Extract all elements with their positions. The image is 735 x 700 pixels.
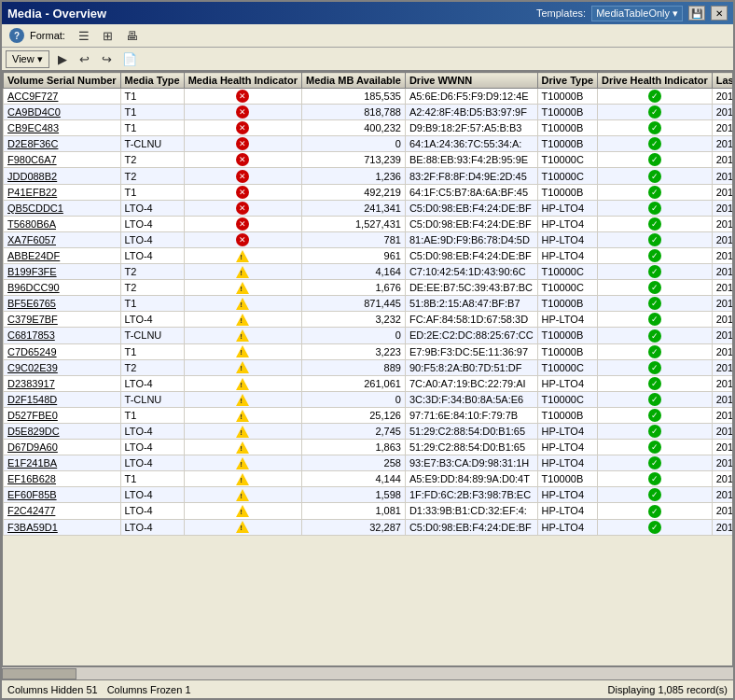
cell-volume[interactable]: T5680B6A [4, 216, 121, 231]
cell-volume[interactable]: EF16B628 [4, 471, 121, 487]
cell-wwnn: C5:D0:98:EB:F4:24:DE:BF [405, 519, 537, 535]
cell-drive-health [598, 440, 713, 455]
cell-drive-health [598, 231, 713, 247]
cell-volume[interactable]: C9C02E39 [4, 359, 121, 375]
cell-last-exchange: 2011-08-12 02:11: [712, 312, 733, 328]
cell-volume[interactable]: CB9EC483 [4, 120, 121, 136]
cell-last-exchange: 2011-08-07 05:23: [712, 231, 733, 247]
cell-volume[interactable]: C7D65249 [4, 343, 121, 359]
cell-wwnn: FC:AF:84:58:1D:67:58:3D [405, 312, 537, 328]
scrollbar-track[interactable] [2, 668, 733, 679]
cell-media-mb: 241,341 [302, 200, 406, 216]
cell-volume[interactable]: P41EFB22 [4, 184, 121, 200]
cell-wwnn: DE:EE:B7:5C:39:43:B7:BC [405, 280, 537, 296]
play-icon[interactable]: ▶ [53, 49, 72, 68]
back-icon[interactable]: ↩ [76, 49, 94, 68]
cell-drive-health [598, 168, 713, 184]
table-row: BF5E6765T1871,44551:8B:2:15:A8:47:BF:B7T… [4, 296, 734, 312]
list-view-icon[interactable]: ☰ [75, 26, 93, 45]
cell-media-mb: 4,164 [302, 264, 406, 280]
cell-volume[interactable]: EF60F85B [4, 487, 121, 503]
scrollbar-thumb[interactable] [2, 668, 76, 679]
yellow-health-icon [236, 378, 249, 390]
drive-health-icon [648, 233, 661, 246]
yellow-health-icon [236, 298, 249, 310]
col-header-drive-health[interactable]: Drive Health Indicator [598, 73, 713, 89]
col-header-media-mb[interactable]: Media MB Available [302, 73, 406, 89]
cell-wwnn: E7:9B:F3:DC:5E:11:36:97 [405, 343, 537, 359]
cell-volume[interactable]: D5E829DC [4, 423, 121, 439]
drive-health-icon [648, 217, 661, 231]
cell-wwnn: 51:8B:2:15:A8:47:BF:B7 [405, 296, 537, 312]
cell-drive-health [598, 423, 713, 439]
cell-media-health [184, 89, 301, 105]
col-header-volume[interactable]: Volume Serial Number [4, 73, 121, 89]
cell-volume[interactable]: XA7F6057 [4, 231, 121, 247]
cell-volume[interactable]: F980C6A7 [4, 152, 121, 168]
cell-media-health [184, 264, 301, 280]
cell-drive-type: T10000C [537, 280, 597, 296]
save-button[interactable]: 💾 [688, 6, 705, 21]
cell-volume[interactable]: C379E7BF [4, 312, 121, 328]
cell-drive-type: HP-LTO4 [537, 231, 597, 247]
cell-volume[interactable]: B96DCC90 [4, 280, 121, 296]
cell-volume[interactable]: D2E8F36C [4, 136, 121, 152]
cell-media-type: LTO-4 [120, 423, 184, 439]
horizontal-scrollbar[interactable] [2, 666, 733, 679]
cell-last-exchange: 2011-08-10 21:52: [712, 471, 733, 487]
yellow-health-icon [236, 505, 249, 517]
cell-last-exchange: 2011-08-23 03:56: [712, 487, 733, 503]
drive-health-icon [648, 265, 661, 278]
cell-volume[interactable]: D527FBE0 [4, 407, 121, 423]
cell-volume[interactable]: D2F1548D [4, 391, 121, 407]
status-bar: Columns Hidden 51 Columns Frozen 1 Displ… [2, 679, 733, 698]
scroll-area[interactable]: Volume Serial Number Media Type Media He… [2, 71, 733, 666]
cell-media-mb: 185,535 [302, 89, 406, 105]
main-window: Media - Overview Templates: MediaTableOn… [0, 0, 735, 700]
cell-drive-health [598, 89, 713, 105]
cell-drive-type: HP-LTO4 [537, 423, 597, 439]
cell-volume[interactable]: F2C42477 [4, 503, 121, 519]
cell-volume[interactable]: C6817853 [4, 328, 121, 343]
cell-wwnn: ED:2E:C2:DC:88:25:67:CC [405, 328, 537, 343]
cell-drive-health [598, 184, 713, 200]
cell-volume[interactable]: B199F3FE [4, 264, 121, 280]
forward-icon[interactable]: ↪ [98, 49, 117, 68]
cell-volume[interactable]: D67D9A60 [4, 440, 121, 455]
col-header-media-health[interactable]: Media Health Indicator [184, 73, 301, 89]
cell-media-mb: 0 [302, 136, 406, 152]
page-icon[interactable]: 📄 [120, 49, 139, 68]
cell-drive-health [598, 487, 713, 503]
cell-volume[interactable]: JDD088B2 [4, 168, 121, 184]
print-icon[interactable]: 🖶 [123, 26, 142, 45]
cell-drive-type: T10000C [537, 264, 597, 280]
view-button[interactable]: View ▾ [6, 50, 49, 68]
cell-media-mb: 0 [302, 391, 406, 407]
cell-media-health [184, 503, 301, 519]
cell-media-mb: 0 [302, 328, 406, 343]
cell-media-health [184, 136, 301, 152]
col-header-last-exchange[interactable]: Last Exchange St [712, 73, 733, 89]
cell-volume[interactable]: CA9BD4C0 [4, 105, 121, 120]
cell-volume[interactable]: D2383917 [4, 375, 121, 391]
col-header-wwnn[interactable]: Drive WWNN [405, 73, 537, 89]
cell-wwnn: D9:B9:18:2F:57:A5:B:B3 [405, 120, 537, 136]
col-header-media-type[interactable]: Media Type [120, 73, 184, 89]
view-label: View ▾ [12, 53, 43, 65]
cell-wwnn: C5:D0:98:EB:F4:24:DE:BF [405, 216, 537, 231]
cell-volume[interactable]: ACC9F727 [4, 89, 121, 105]
close-button[interactable]: ✕ [711, 6, 728, 21]
cell-volume[interactable]: E1F241BA [4, 455, 121, 471]
cell-volume[interactable]: QB5CDDC1 [4, 200, 121, 216]
cell-volume[interactable]: F3BA59D1 [4, 519, 121, 535]
templates-dropdown[interactable]: MediaTableOnly ▾ [591, 6, 683, 21]
table-row: F980C6A7T2713,239BE:88:EB:93:F4:2B:95:9E… [4, 152, 734, 168]
table-row: C379E7BFLTO-43,232FC:AF:84:58:1D:67:58:3… [4, 312, 734, 328]
help-icon[interactable]: ? [9, 28, 24, 43]
cell-last-exchange: 2011-08-12 05:52: [712, 247, 733, 263]
cell-volume[interactable]: BF5E6765 [4, 296, 121, 312]
col-header-drive-type[interactable]: Drive Type [537, 73, 597, 89]
cell-last-exchange: 2011-08-10 16:50: [712, 375, 733, 391]
cell-volume[interactable]: ABBE24DF [4, 247, 121, 263]
grid-view-icon[interactable]: ⊞ [99, 26, 118, 45]
